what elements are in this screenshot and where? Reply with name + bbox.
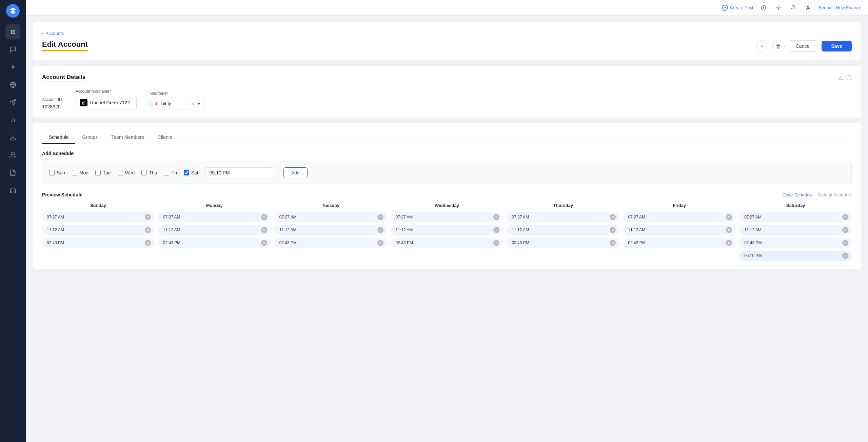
- wednesday-time-1: 07:27 AM ✕: [391, 212, 503, 222]
- saturday-remove-2[interactable]: ✕: [842, 227, 848, 233]
- day-tue-checkbox[interactable]: [95, 170, 101, 175]
- account-details-grid: Account ID 1028320 Account Nickname* Rac…: [42, 89, 852, 109]
- tab-clients[interactable]: Clients: [151, 131, 179, 144]
- saturday-remove-3[interactable]: ✕: [842, 240, 848, 246]
- back-arrow-icon: ‹: [42, 30, 44, 36]
- save-button[interactable]: Save: [822, 41, 852, 51]
- time-label: 02:43 PM: [744, 240, 762, 245]
- svg-point-11: [11, 153, 13, 155]
- settings-icon[interactable]: [774, 3, 783, 13]
- nickname-text: Rachel Green7122: [90, 100, 130, 105]
- nickname-input[interactable]: Rachel Green7122: [76, 96, 137, 109]
- day-fri[interactable]: Fri: [164, 170, 177, 175]
- tabs-row: Schedule Groups Team Members Clients: [42, 131, 852, 144]
- friday-remove-2[interactable]: ✕: [726, 227, 732, 233]
- day-mon[interactable]: Mon: [72, 170, 88, 175]
- tuesday-remove-2[interactable]: ✕: [377, 227, 383, 233]
- day-mon-checkbox[interactable]: [72, 170, 77, 175]
- friday-header: Friday: [623, 203, 735, 208]
- thursday-remove-3[interactable]: ✕: [610, 240, 616, 246]
- day-sat-checkbox[interactable]: [184, 170, 189, 175]
- sidebar-item-dashboard[interactable]: ⊞: [5, 24, 20, 39]
- day-col-wednesday: Wednesday 07:27 AM ✕ 11:12 AM ✕ 02:43 PM…: [391, 203, 503, 261]
- shortener-chevron-icon[interactable]: ▾: [198, 101, 200, 106]
- sidebar-item-analytics[interactable]: [5, 112, 20, 127]
- sidebar-item-support[interactable]: [5, 183, 20, 198]
- tuesday-time-1: 07:27 AM ✕: [275, 212, 387, 222]
- sunday-remove-1[interactable]: ✕: [145, 214, 151, 220]
- friday-remove-3[interactable]: ✕: [726, 240, 732, 246]
- friday-remove-1[interactable]: ✕: [726, 214, 732, 220]
- wednesday-remove-3[interactable]: ✕: [493, 240, 499, 246]
- nickname-field: Account Nickname* Rachel Green7122: [76, 89, 137, 109]
- day-thu[interactable]: Thu: [141, 170, 157, 175]
- day-tue[interactable]: Tue: [95, 170, 111, 175]
- tuesday-remove-3[interactable]: ✕: [377, 240, 383, 246]
- time-label: 07:27 AM: [279, 215, 297, 219]
- monday-remove-1[interactable]: ✕: [261, 214, 267, 220]
- sidebar-item-people[interactable]: [5, 148, 20, 163]
- clear-schedule-link[interactable]: Clear Schedule: [783, 192, 813, 197]
- sunday-time-2: 11:12 AM ✕: [42, 225, 154, 235]
- saturday-time-4: 05:10 PM ✕: [739, 251, 852, 261]
- sunday-time-3: 02:43 PM ✕: [42, 238, 154, 248]
- time-label: 02:43 PM: [396, 240, 413, 245]
- topbar: + Create Post Request New Feature: [26, 0, 868, 16]
- day-wed-checkbox[interactable]: [118, 170, 123, 175]
- delete-button[interactable]: 🗑: [772, 40, 785, 52]
- wednesday-remove-2[interactable]: ✕: [493, 227, 499, 233]
- sunday-remove-3[interactable]: ✕: [145, 240, 151, 246]
- sidebar-item-network[interactable]: [5, 60, 20, 75]
- time-label: 11:12 AM: [512, 228, 529, 232]
- help-button[interactable]: ?: [756, 40, 768, 52]
- time-label: 07:27 AM: [628, 215, 645, 219]
- tuesday-remove-1[interactable]: ✕: [377, 214, 383, 220]
- sidebar-item-publish[interactable]: [5, 77, 20, 92]
- time-label: 11:12 AM: [47, 228, 64, 232]
- day-sun-checkbox[interactable]: [49, 170, 55, 175]
- sidebar-item-engage[interactable]: [5, 95, 20, 110]
- shortener-clear-icon[interactable]: ✕: [191, 101, 195, 106]
- tab-schedule[interactable]: Schedule: [42, 131, 75, 144]
- monday-remove-3[interactable]: ✕: [261, 240, 267, 246]
- thursday-time-3: 02:43 PM ✕: [507, 238, 619, 248]
- monday-header: Monday: [158, 203, 271, 208]
- wednesday-remove-1[interactable]: ✕: [493, 214, 499, 220]
- day-sun[interactable]: Sun: [49, 170, 65, 175]
- thursday-remove-2[interactable]: ✕: [610, 227, 616, 233]
- saturday-time-3: 02:43 PM ✕: [739, 238, 852, 248]
- saturday-remove-4[interactable]: ✕: [842, 253, 848, 259]
- bell-icon[interactable]: [789, 3, 798, 13]
- add-time-button[interactable]: Add: [283, 167, 308, 178]
- app-logo[interactable]: [6, 4, 20, 18]
- time-input[interactable]: [205, 167, 273, 178]
- shortener-dropdown[interactable]: ⊕ bit.ly ✕ ▾: [150, 98, 204, 109]
- monday-remove-2[interactable]: ✕: [261, 227, 267, 233]
- day-thu-checkbox[interactable]: [141, 170, 147, 175]
- sunday-remove-2[interactable]: ✕: [145, 227, 151, 233]
- day-col-tuesday: Tuesday 07:27 AM ✕ 11:12 AM ✕ 02:43 PM ✕: [275, 203, 387, 261]
- tab-team-members[interactable]: Team Members: [104, 131, 151, 144]
- breadcrumb[interactable]: ‹ Accounts: [42, 30, 852, 36]
- sidebar-item-reports[interactable]: [5, 165, 20, 180]
- user-icon[interactable]: [804, 3, 813, 13]
- cancel-button[interactable]: Cancel: [789, 40, 818, 52]
- day-sat[interactable]: Sat: [184, 170, 198, 175]
- create-post-button[interactable]: + Create Post: [722, 5, 753, 11]
- sidebar-item-messages[interactable]: [5, 42, 20, 57]
- thursday-remove-1[interactable]: ✕: [610, 214, 616, 220]
- play-icon[interactable]: [759, 3, 768, 13]
- friday-time-2: 11:12 AM ✕: [623, 225, 735, 235]
- day-wed[interactable]: Wed: [118, 170, 135, 175]
- wednesday-time-2: 11:12 AM ✕: [391, 225, 503, 235]
- page-title: Edit Account: [42, 40, 88, 51]
- sunday-time-1: 07:27 AM ✕: [42, 212, 154, 222]
- saturday-remove-1[interactable]: ✕: [842, 214, 848, 220]
- default-schedule-link[interactable]: Default Schedule: [818, 192, 852, 197]
- sidebar-item-download[interactable]: [5, 130, 20, 145]
- day-fri-checkbox[interactable]: [164, 170, 169, 175]
- time-label: 02:43 PM: [47, 240, 64, 245]
- request-feature-link[interactable]: Request New Feature: [818, 5, 861, 10]
- tab-groups[interactable]: Groups: [75, 131, 104, 144]
- sunday-header: Sunday: [42, 203, 154, 208]
